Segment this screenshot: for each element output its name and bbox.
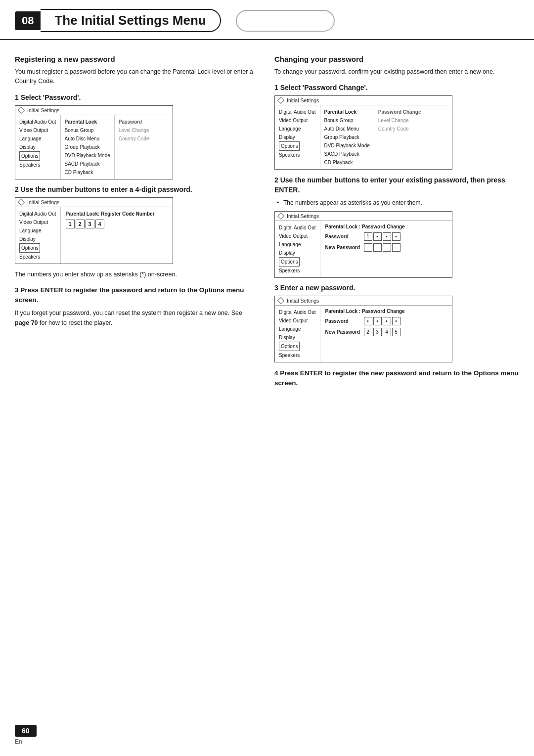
submenu-parental-lock: Parental Lock bbox=[65, 118, 110, 126]
pw-row-new: New Password bbox=[325, 243, 447, 252]
ui-pwentry-box: Initial Settings Digital Audio Out Video… bbox=[274, 211, 452, 278]
right-step2-heading: 2 Use the number buttons to enter your e… bbox=[274, 176, 519, 195]
submenu-group-playback: Group Playback bbox=[65, 143, 110, 151]
ui-r-box2-panel: Parental Lock : Password Change Password… bbox=[320, 221, 452, 277]
r3-menu-options: Options bbox=[279, 342, 300, 351]
page-footer: 60 En bbox=[15, 725, 519, 745]
step3-body1: If you forget your password, you can res… bbox=[15, 310, 242, 316]
pw-digit-3: • bbox=[383, 232, 391, 241]
right-step4-heading: 4 Press ENTER to register the new passwo… bbox=[274, 368, 519, 388]
ui-r-box2-body: Digital Audio Out Video Output Language … bbox=[275, 221, 452, 277]
pw-digit-2: • bbox=[373, 232, 382, 241]
pw-row3-new: New Password 2 3 4 5 bbox=[325, 328, 447, 336]
diamond-icon bbox=[18, 107, 25, 114]
panel2-title: Parental Lock : Password Change bbox=[325, 224, 447, 229]
new-pw-digit-2 bbox=[373, 243, 382, 252]
r-submenu-auto-disc: Auto Disc Menu bbox=[324, 125, 370, 133]
ui-r-box1-header: Initial Settings bbox=[275, 96, 452, 105]
pw-label1: Password bbox=[325, 234, 361, 239]
r-menu-language: Language bbox=[279, 125, 316, 133]
pw-row3-password: Password • • • • bbox=[325, 317, 447, 325]
pw3-digit-4: • bbox=[392, 317, 400, 325]
right-column: Changing your password To change your pa… bbox=[274, 55, 519, 392]
main-content: Registering a new password You must regi… bbox=[0, 45, 534, 401]
ui-r-box2-menu: Digital Audio Out Video Output Language … bbox=[275, 221, 320, 277]
title-box: The Initial Settings Menu bbox=[41, 9, 221, 32]
ui-box2-body: Digital Audio Out Video Output Language … bbox=[15, 207, 173, 264]
r-menu-speakers: Speakers bbox=[279, 151, 316, 159]
ui-r-box1-body: Digital Audio Out Video Output Language … bbox=[275, 105, 452, 169]
menu2-options: Options bbox=[19, 243, 40, 253]
new-pw-digit-4 bbox=[392, 243, 400, 252]
r3-menu-video: Video Output bbox=[279, 316, 316, 325]
page-number-badge: 60 bbox=[15, 725, 37, 737]
ui-box1-body: Digital Audio Out Video Output Language … bbox=[15, 115, 173, 179]
menu-video-output: Video Output bbox=[19, 126, 56, 134]
right-step3-heading: 3 Enter a new password. bbox=[274, 284, 519, 292]
step3-body2: page 70 bbox=[15, 319, 38, 326]
new-pw-digit-3 bbox=[383, 243, 391, 252]
digit-2: 2 bbox=[76, 220, 85, 228]
menu2-speakers: Speakers bbox=[19, 253, 56, 261]
pw-boxes3-existing: • • • • bbox=[364, 317, 400, 325]
ui-box1-title: Initial Settings bbox=[27, 107, 59, 113]
r-submenu-bonus-group: Bonus Group bbox=[324, 116, 370, 125]
ui-box1-detail: Password Level Change Country Code bbox=[115, 115, 153, 179]
digit-boxes: 1 2 3 4 bbox=[66, 220, 168, 228]
new3-pw-digit-4: 5 bbox=[392, 328, 400, 336]
left-step1-heading: 1 Select 'Password'. bbox=[15, 93, 260, 101]
ui-r-box1-menu: Digital Audio Out Video Output Language … bbox=[275, 105, 320, 169]
r-menu-display: Display bbox=[279, 133, 316, 141]
step3-body3: for how to reset the player. bbox=[40, 319, 112, 326]
page-header: 08 The Initial Settings Menu bbox=[0, 0, 534, 40]
detail-level-change: Level Change bbox=[119, 126, 149, 134]
change-password-title: Changing your password bbox=[274, 55, 519, 63]
footer-left: 60 En bbox=[15, 725, 37, 745]
r2-menu-speakers: Speakers bbox=[279, 267, 316, 275]
numentry-label: Parental Lock: Register Code Number bbox=[66, 211, 168, 217]
submenu-auto-disc-menu: Auto Disc Menu bbox=[65, 134, 110, 143]
pw-boxes3-new: 2 3 4 5 bbox=[364, 328, 400, 336]
submenu-dvd-mode: DVD Playback Mode bbox=[65, 151, 110, 160]
menu-options-selected: Options bbox=[19, 151, 40, 161]
ui-select-password-box: Initial Settings Digital Audio Out Video… bbox=[15, 105, 173, 179]
pw-row-password: Password 1 • • • bbox=[325, 232, 447, 241]
r-submenu-cd: CD Playback bbox=[324, 158, 370, 167]
r2-menu-video: Video Output bbox=[279, 232, 316, 240]
r-detail-country: Country Code bbox=[378, 125, 421, 133]
menu2-language: Language bbox=[19, 226, 56, 235]
left-step3-body: If you forget your password, you can res… bbox=[15, 309, 260, 328]
submenu-bonus-group: Bonus Group bbox=[65, 126, 110, 134]
r3-menu-lang: Language bbox=[279, 325, 316, 333]
r-menu-video-output: Video Output bbox=[279, 116, 316, 125]
step2-bullet: The numbers appear as asterisks as you e… bbox=[274, 198, 519, 208]
ui-r-box1-title: Initial Settings bbox=[287, 97, 319, 103]
pw3-digit-3: • bbox=[383, 317, 391, 325]
panel3-title: Parental Lock : Password Change bbox=[325, 309, 447, 314]
r-submenu-parental-lock: Parental Lock bbox=[324, 108, 370, 116]
ui-r-box3-panel: Parental Lock : Password Change Password… bbox=[320, 306, 452, 362]
ui-r-box1-submenu: Parental Lock Bonus Group Auto Disc Menu… bbox=[320, 105, 374, 169]
menu-speakers: Speakers bbox=[19, 161, 56, 169]
ui-box1-submenu: Parental Lock Bonus Group Auto Disc Menu… bbox=[61, 115, 115, 179]
left-column: Registering a new password You must regi… bbox=[15, 55, 260, 392]
diamond-icon-r3 bbox=[277, 297, 284, 304]
ui-box2-title: Initial Settings bbox=[27, 199, 59, 205]
ui-select-pwchange-box: Initial Settings Digital Audio Out Video… bbox=[274, 95, 452, 170]
r2-menu-digital: Digital Audio Out bbox=[279, 223, 316, 232]
menu2-digital-audio: Digital Audio Out bbox=[19, 210, 56, 218]
language-label: En bbox=[15, 738, 37, 745]
submenu-cd: CD Playback bbox=[65, 168, 110, 177]
chapter-badge: 08 bbox=[15, 11, 41, 30]
menu-display: Display bbox=[19, 143, 56, 151]
menu-language: Language bbox=[19, 134, 56, 143]
digit-4: 4 bbox=[95, 220, 104, 228]
page-title: The Initial Settings Menu bbox=[54, 13, 206, 28]
ui-r-box3-header: Initial Settings bbox=[275, 296, 452, 306]
ui-newpw-box: Initial Settings Digital Audio Out Video… bbox=[274, 296, 452, 362]
ui-box2-entry-area: Parental Lock: Register Code Number 1 2 … bbox=[61, 207, 173, 264]
ui-box2-menu: Digital Audio Out Video Output Language … bbox=[15, 207, 61, 264]
pw3-digit-2: • bbox=[373, 317, 382, 325]
register-password-body: You must register a password before you … bbox=[15, 67, 260, 87]
r3-menu-digital: Digital Audio Out bbox=[279, 308, 316, 316]
